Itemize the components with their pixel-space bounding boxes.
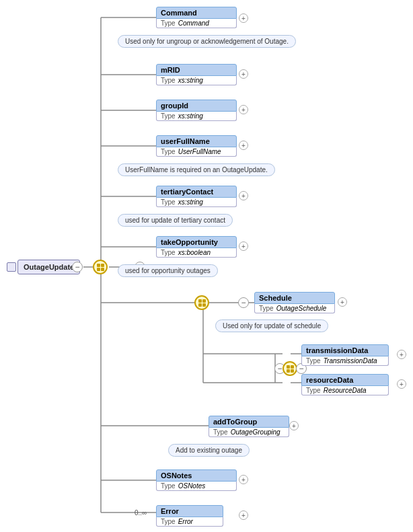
- tertiarycontact-header: tertiaryContact: [156, 186, 237, 198]
- root-node-icon: [7, 262, 16, 272]
- schedule-minus-icon: −: [238, 297, 249, 308]
- transmissiondata-type-row: Type TransmissionData: [301, 356, 389, 366]
- userfullname-header: userFullName: [156, 135, 237, 147]
- plus-mrid-btn[interactable]: +: [239, 69, 248, 79]
- osnotes-node: OSNotes Type OSNotes: [156, 469, 237, 491]
- schedule-sequence-connector[interactable]: [194, 295, 209, 310]
- plus-osnotes-btn[interactable]: +: [239, 475, 248, 484]
- root-node: OutageUpdate: [7, 260, 80, 274]
- plus-takeopportunity-btn[interactable]: +: [239, 241, 248, 251]
- groupid-type-row: Type xs:string: [156, 112, 237, 121]
- plus-error-btn[interactable]: +: [239, 510, 248, 520]
- command-type-row: Type Command: [156, 19, 237, 28]
- tertiarycontact-desc: used for update of tertiary contact: [118, 214, 233, 227]
- userfullname-node: userFullName Type UserFullName: [156, 135, 237, 157]
- plus-addtogroup-btn[interactable]: +: [289, 421, 299, 430]
- error-type-row: Type Error: [156, 517, 223, 527]
- userfullname-type-row: Type UserFullName: [156, 147, 237, 157]
- takeopportunity-header: takeOpportunity: [156, 236, 237, 248]
- error-node: Error Type Error: [156, 505, 223, 527]
- data-sequence-connector[interactable]: [283, 361, 297, 376]
- addtogroup-header: addToGroup: [209, 416, 289, 428]
- schedule-type-row: Type OutageSchedule: [254, 304, 335, 313]
- transmissiondata-node: transmissionData Type TransmissionData: [301, 344, 389, 366]
- schedule-right-minus: −: [238, 297, 249, 308]
- plus-userfullname-btn[interactable]: +: [239, 141, 248, 150]
- addtogroup-desc: Add to existing outage: [168, 444, 250, 457]
- root-minus-connector: −: [72, 262, 83, 272]
- schedule-node: Schedule Type OutageSchedule: [254, 292, 335, 313]
- plus-transmissiondata-btn[interactable]: +: [397, 350, 406, 359]
- tertiarycontact-node: tertiaryContact Type xs:string: [156, 186, 237, 207]
- plus-command-btn[interactable]: +: [239, 13, 248, 23]
- command-node: Command Type Command: [156, 7, 237, 28]
- tertiarycontact-type-row: Type xs:string: [156, 198, 237, 207]
- addtogroup-type-row: Type OutageGrouping: [209, 428, 289, 437]
- mrid-node: mRID Type xs:string: [156, 64, 237, 85]
- diagram-canvas: OutageUpdate − − Command Type Command Us…: [0, 0, 413, 532]
- osnotes-header: OSNotes: [156, 469, 237, 482]
- command-header: Command: [156, 7, 237, 19]
- plus-resourcedata-btn[interactable]: +: [397, 379, 406, 389]
- resourcedata-type-row: Type ResourceData: [301, 386, 389, 395]
- error-header: Error: [156, 505, 223, 517]
- main-sequence-connector[interactable]: [93, 260, 108, 274]
- takeopportunity-desc: used for opportunity outages: [118, 264, 218, 277]
- root-label: OutageUpdate: [17, 260, 80, 274]
- command-desc: Used only for ungroup or acknowledgement…: [118, 35, 296, 48]
- transmissiondata-header: transmissionData: [301, 344, 389, 356]
- plus-groupid-btn[interactable]: +: [239, 105, 248, 114]
- error-multiplicity: 0..∞: [135, 509, 147, 517]
- osnotes-type-row: Type OSNotes: [156, 482, 237, 491]
- mrid-header: mRID: [156, 64, 237, 76]
- minus-icon: −: [72, 262, 83, 272]
- addtogroup-node: addToGroup Type OutageGrouping: [209, 416, 289, 437]
- groupid-header: groupId: [156, 100, 237, 112]
- plus-schedule-btn[interactable]: +: [338, 297, 347, 307]
- schedule-header: Schedule: [254, 292, 335, 304]
- takeopportunity-type-row: Type xs:boolean: [156, 248, 237, 258]
- resourcedata-node: resourceData Type ResourceData: [301, 374, 389, 395]
- userfullname-desc: UserFullName is required on an OutageUpd…: [118, 163, 275, 176]
- plus-tertiarycontact-btn[interactable]: +: [239, 191, 248, 200]
- resourcedata-header: resourceData: [301, 374, 389, 386]
- groupid-node: groupId Type xs:string: [156, 100, 237, 121]
- mrid-type-row: Type xs:string: [156, 76, 237, 85]
- takeopportunity-node: takeOpportunity Type xs:boolean: [156, 236, 237, 258]
- schedule-desc: Used only for update of schedule: [215, 319, 328, 332]
